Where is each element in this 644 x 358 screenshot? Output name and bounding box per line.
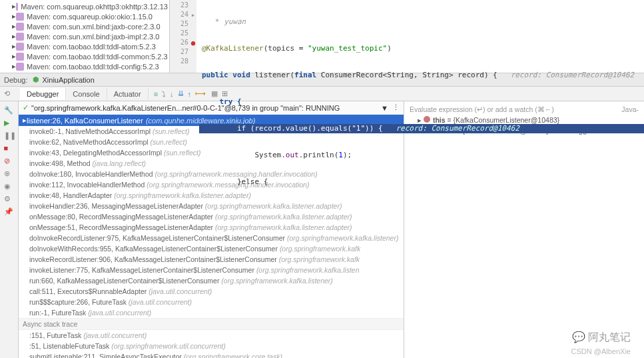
lib-icon	[16, 3, 18, 11]
code-area[interactable]: * yuwan @KafkaListener(topics = "yuwan_t…	[199, 0, 644, 204]
frame-method: invoke0:-1, NativeMethodAccessorImpl	[29, 127, 151, 135]
tree-label: Maven: com.sun.xml.bind:jaxb-impl:2.3.0	[27, 33, 159, 41]
breakpoint-icon[interactable]: ●	[190, 39, 196, 47]
settings-icon[interactable]: ⚙	[4, 195, 15, 205]
tree-label: Maven: com.taobao.tddl:tddl-atom:5.2.3	[27, 43, 156, 51]
line-number: 28	[170, 57, 188, 65]
frame-method: :151, FutureTask	[29, 331, 81, 339]
stack-frame[interactable]: run:660, KafkaMessageListenerContainer$L…	[19, 275, 404, 286]
code-text: "yuwan_test_topic"	[308, 44, 387, 53]
wrench-icon[interactable]: 🔧	[4, 106, 15, 117]
lib-icon	[16, 23, 24, 31]
tree-item[interactable]: ▸Maven: com.sun.xml.bind:jaxb-impl:2.3.0	[0, 31, 169, 41]
frame-method: run:-1, FutureTask	[29, 309, 86, 317]
project-tree[interactable]: ▸Maven: com.squareup.okhttp3:okhttp:3.12…	[0, 0, 170, 73]
stack-frame[interactable]: submitListenable:211, SimpleAsyncTaskExe…	[19, 351, 404, 358]
frame-package: (java.util.concurrent)	[129, 298, 192, 306]
stack-frame[interactable]: invokeRecordListener:906, KafkaMessageLi…	[19, 254, 404, 265]
frame-method: onMessage:51, RecordMessagingMessageList…	[29, 223, 213, 231]
frame-package: (sun.reflect)	[151, 138, 187, 146]
frame-method: invoke:112, InvocableHandlerMethod	[29, 181, 145, 189]
tab-console[interactable]: Console	[66, 88, 107, 100]
frame-package: (sun.reflect)	[153, 127, 189, 135]
frame-package: (org.springframework.core.task)	[184, 353, 282, 358]
frame-package: (org.springframework.kafka.listener)	[221, 277, 332, 285]
step-over-icon[interactable]: ⤵	[162, 90, 166, 98]
execution-line: if (record.value().equals("1")) { record…	[199, 124, 644, 133]
line-number: 27	[170, 48, 188, 55]
frame-package: (sun.reflect)	[164, 149, 200, 157]
stack-frame[interactable]: doInvokeRecordListener:975, KafkaMessage…	[19, 233, 404, 243]
lib-icon	[16, 63, 24, 71]
lib-icon	[16, 13, 24, 21]
tree-item[interactable]: ▸Maven: com.sun.xml.bind:jaxb-core:2.3.0	[0, 21, 169, 31]
tree-label: Maven: com.squareup.okhttp3:okhttp:3.12.…	[21, 3, 168, 11]
tab-debugger[interactable]: Debugger	[20, 88, 66, 100]
step-into-icon[interactable]: ↓	[170, 90, 174, 98]
step-out-icon[interactable]: ↑	[188, 90, 192, 98]
frame-package: (org.springframework.kafka.listener.adap…	[215, 213, 352, 221]
camera-icon[interactable]: ◉	[4, 182, 15, 193]
frame-method: doInvokeWithRecords:955, KafkaMessageLis…	[29, 245, 278, 253]
stop-icon[interactable]: ■	[4, 144, 15, 155]
frame-method: invoke:62, NativeMethodAccessorImpl	[29, 138, 149, 146]
stack-frame[interactable]: :51, ListenableFutureTask (org.springfra…	[19, 341, 404, 351]
tree-label: Maven: com.squareup.okio:okio:1.15.0	[27, 13, 153, 21]
code-text: }else {	[237, 177, 268, 186]
tree-item[interactable]: ▸Maven: com.taobao.tddl:tddl-atom:5.2.3	[0, 41, 169, 51]
code-hint: record: ConsumerRecord@10462	[396, 124, 519, 133]
frame-package: (org.springframework.util.concurrent)	[111, 342, 226, 350]
tree-item[interactable]: ▸Maven: com.taobao.tddl:tddl-config:5.2.…	[0, 61, 169, 71]
frame-package: (java.lang.reflect)	[93, 159, 147, 167]
stack-frame[interactable]: invokeListener:775, KafkaMessageListener…	[19, 265, 404, 275]
code-text: if (record.value().equals("1")) {	[237, 124, 383, 133]
frame-method: invokeHandler:236, MessagingMessageListe…	[29, 202, 203, 210]
breakpoints-icon[interactable]: ⊘	[4, 157, 15, 167]
tree-item[interactable]: ▸Maven: com.squareup.okhttp3:okhttp:3.12…	[0, 1, 169, 11]
lib-icon	[16, 43, 24, 51]
frame-method: doInvoke:180, InvocableHandlerMethod	[29, 170, 153, 178]
line-number: 24	[170, 11, 188, 18]
code-text: @KafkaListener	[202, 44, 264, 53]
frame-method: invokeRecordListener:906, KafkaMessageLi…	[29, 255, 277, 263]
frame-method: invoke:48, HandlerAdapter	[29, 191, 112, 199]
pause-icon[interactable]: ❚❚	[4, 131, 15, 142]
resume-icon[interactable]: ▶	[4, 119, 15, 129]
stack-frame[interactable]: onMessage:80, RecordMessagingMessageList…	[19, 211, 404, 222]
frame-method: run:660, KafkaMessageListenerContainer$L…	[29, 277, 219, 285]
app-name[interactable]: XiniuApplication	[42, 76, 94, 84]
restore-icon[interactable]: ⟲	[4, 89, 10, 98]
frame-method: run$$$capture:266, FutureTask	[29, 298, 127, 306]
frame-package: (org.springframework.kafk	[280, 245, 360, 253]
mute-breakpoints-icon[interactable]: ⊗	[4, 169, 15, 180]
frame-package: (org.springframework.kafka.listener.adap…	[215, 223, 352, 231]
stack-frame[interactable]: run:-1, FutureTask (java.util.concurrent…	[19, 307, 404, 318]
lib-icon	[16, 53, 24, 61]
frame-method: invokeListener:775, KafkaMessageListener…	[29, 266, 254, 274]
tree-label: Maven: com.taobao.tddl:tddl-common:5.2.3	[27, 53, 168, 61]
tree-label: Maven: com.sun.xml.bind:jaxb-core:2.3.0	[27, 23, 161, 31]
frame-package: (java.util.concurrent)	[88, 309, 151, 317]
stack-frame[interactable]: onMessage:51, RecordMessagingMessageList…	[19, 222, 404, 233]
pin-icon[interactable]: 📌	[4, 207, 15, 218]
line-number: 23	[170, 1, 188, 9]
watermark-author: CSDN @AlbenXie	[571, 347, 631, 355]
frame-package: (org.springframework.kafk	[279, 255, 360, 263]
stack-frame[interactable]: run$$$capture:266, FutureTask (java.util…	[19, 297, 404, 307]
code-editor[interactable]: 23 24 ▸ 25 25 26 ● 27 28 * yuwan @KafkaL…	[170, 0, 644, 73]
gutter-icon[interactable]: ▸	[190, 11, 196, 19]
debug-label: Debug:	[4, 76, 27, 84]
force-step-into-icon[interactable]: ⇊	[178, 89, 184, 98]
tab-actuator[interactable]: Actuator	[107, 88, 149, 100]
watermark: 💬 阿丸笔记	[572, 331, 631, 345]
frame-package: (java.util.concurrent)	[83, 331, 147, 339]
stack-frame[interactable]: call:511, Executors$RunnableAdapter (jav…	[19, 286, 404, 297]
stack-frame[interactable]: :151, FutureTask (java.util.concurrent)	[19, 330, 404, 341]
tree-item[interactable]: ▸Maven: com.taobao.tddl:tddl-common:5.2.…	[0, 51, 169, 61]
threads-icon[interactable]: ≡	[154, 90, 158, 98]
check-icon: ✓	[23, 103, 29, 112]
tree-item[interactable]: ▸Maven: com.squareup.okio:okio:1.15.0	[0, 11, 169, 21]
line-number: 25	[170, 29, 188, 37]
stack-frame[interactable]: doInvokeWithRecords:955, KafkaMessageLis…	[19, 243, 404, 254]
code-text: try {	[220, 97, 242, 106]
